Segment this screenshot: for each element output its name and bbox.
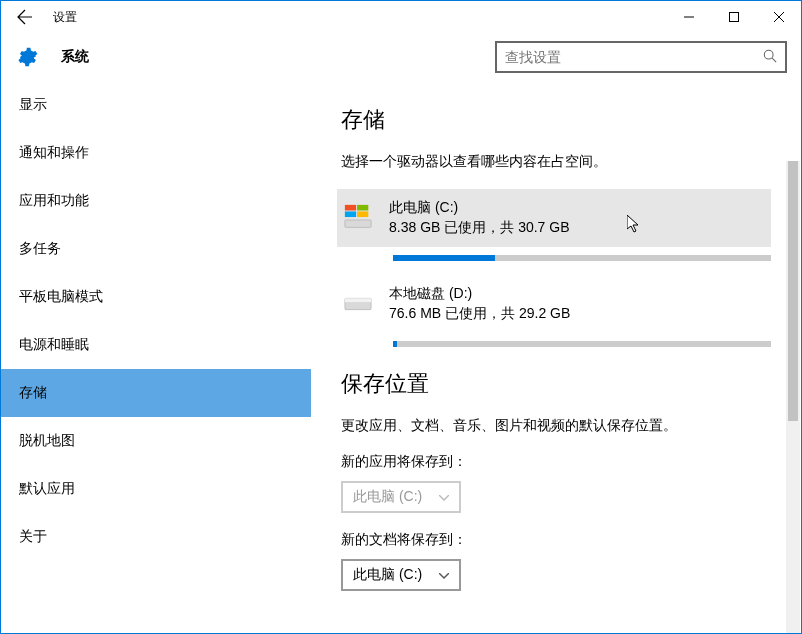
svg-rect-6 — [345, 220, 371, 228]
storage-heading: 存储 — [341, 105, 771, 135]
dropdown-value: 此电脑 (C:) — [353, 566, 422, 584]
drive-name: 此电脑 (C:) — [389, 199, 771, 217]
sidebar: 显示通知和操作应用和功能多任务平板电脑模式电源和睡眠存储脱机地图默认应用关于 — [1, 81, 311, 634]
content-pane: 存储 选择一个驱动器以查看哪些内容在占空间。 此电脑 (C:) 8.38 GB … — [311, 81, 801, 634]
drive-name: 本地磁盘 (D:) — [389, 285, 771, 303]
header: 系统 — [1, 33, 801, 81]
sidebar-item[interactable]: 应用和功能 — [1, 177, 311, 225]
drive-c-bar — [393, 255, 771, 261]
drive-usage: 76.6 MB 已使用，共 29.2 GB — [389, 305, 771, 323]
storage-description: 选择一个驱动器以查看哪些内容在占空间。 — [341, 153, 771, 171]
drive-usage: 8.38 GB 已使用，共 30.7 GB — [389, 219, 771, 237]
window-controls — [666, 1, 801, 33]
dropdown-value: 此电脑 (C:) — [353, 488, 422, 506]
drive-icon — [341, 287, 375, 321]
svg-rect-10 — [357, 211, 368, 217]
minimize-button[interactable] — [666, 1, 711, 33]
drive-item-c[interactable]: 此电脑 (C:) 8.38 GB 已使用，共 30.7 GB — [337, 189, 771, 247]
sidebar-item[interactable]: 默认应用 — [1, 465, 311, 513]
search-box[interactable] — [495, 41, 787, 73]
svg-rect-9 — [345, 211, 356, 217]
app-save-dropdown[interactable]: 此电脑 (C:) — [341, 481, 461, 513]
sidebar-item[interactable]: 多任务 — [1, 225, 311, 273]
windows-drive-icon — [341, 201, 375, 235]
close-button[interactable] — [756, 1, 801, 33]
save-location-description: 更改应用、文档、音乐、图片和视频的默认保存位置。 — [341, 417, 771, 435]
sidebar-item[interactable]: 电源和睡眠 — [1, 321, 311, 369]
chevron-down-icon — [427, 492, 449, 503]
scrollbar-thumb[interactable] — [788, 161, 798, 421]
scrollbar[interactable] — [786, 161, 800, 634]
titlebar: 设置 — [1, 1, 801, 33]
svg-point-4 — [764, 50, 773, 59]
back-button[interactable] — [9, 1, 41, 33]
svg-line-5 — [772, 58, 776, 62]
app-save-label: 新的应用将保存到： — [341, 453, 771, 471]
save-location-heading: 保存位置 — [341, 369, 771, 399]
section-title: 系统 — [61, 48, 89, 66]
svg-rect-8 — [357, 205, 368, 211]
svg-rect-7 — [345, 205, 356, 211]
sidebar-item[interactable]: 存储 — [1, 369, 311, 417]
maximize-button[interactable] — [711, 1, 756, 33]
window-title: 设置 — [53, 9, 77, 26]
doc-save-label: 新的文档将保存到： — [341, 531, 771, 549]
chevron-down-icon — [427, 570, 449, 581]
doc-save-dropdown[interactable]: 此电脑 (C:) — [341, 559, 461, 591]
sidebar-item[interactable]: 脱机地图 — [1, 417, 311, 465]
sidebar-item[interactable]: 显示 — [1, 81, 311, 129]
drive-d-bar — [393, 341, 771, 347]
search-input[interactable] — [505, 49, 763, 65]
search-icon — [763, 49, 777, 66]
sidebar-item[interactable]: 通知和操作 — [1, 129, 311, 177]
svg-rect-1 — [729, 13, 738, 22]
gear-icon — [15, 45, 39, 69]
sidebar-item[interactable]: 平板电脑模式 — [1, 273, 311, 321]
svg-rect-12 — [345, 298, 371, 302]
sidebar-item[interactable]: 关于 — [1, 513, 311, 561]
drive-item-d[interactable]: 本地磁盘 (D:) 76.6 MB 已使用，共 29.2 GB — [337, 275, 771, 333]
